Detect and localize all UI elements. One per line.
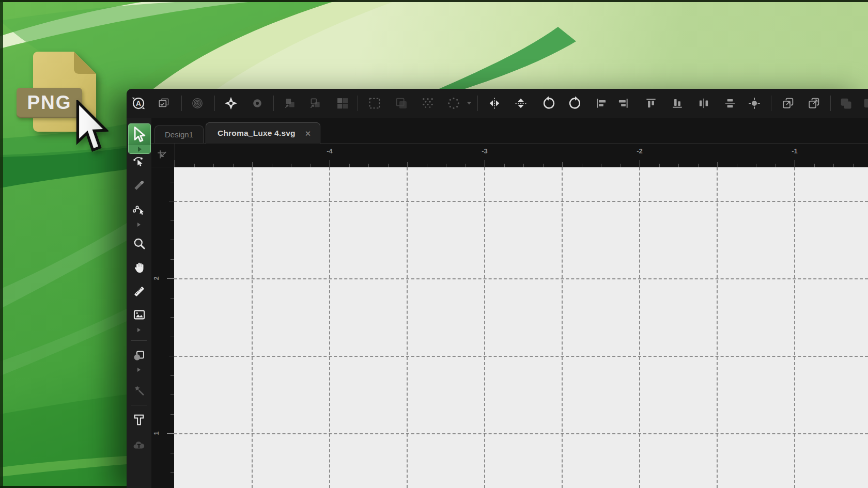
align-top-icon[interactable] xyxy=(642,95,660,112)
logo-a-rotate-icon[interactable]: A xyxy=(130,95,147,112)
ruler-vertical[interactable]: 21 xyxy=(151,167,174,488)
ruler-tick xyxy=(171,240,174,240)
tile-grid-icon[interactable] xyxy=(334,95,351,112)
align-left-icon[interactable] xyxy=(593,95,610,112)
halftone-pattern-icon[interactable] xyxy=(419,95,437,112)
toolbar-divider xyxy=(273,96,274,111)
ruler-tick xyxy=(737,164,737,167)
flip-horizontal-icon[interactable] xyxy=(486,95,503,112)
tool-node-select[interactable] xyxy=(129,152,149,171)
tool-measure[interactable] xyxy=(129,282,149,301)
ruler-tick xyxy=(171,182,174,182)
clipped-edge-icon[interactable] xyxy=(860,95,868,112)
tab-close-icon[interactable]: ✕ xyxy=(305,130,312,137)
select-arrow-icon xyxy=(129,124,149,144)
ruler-tick xyxy=(678,164,679,167)
ruler-tick xyxy=(833,164,834,167)
ruler-tick xyxy=(621,164,621,167)
ruler-tick xyxy=(562,162,563,167)
tool-hand[interactable] xyxy=(129,258,149,276)
tool-knife[interactable] xyxy=(129,176,149,195)
tool-text[interactable] xyxy=(129,411,149,429)
align-center-point-icon[interactable] xyxy=(746,95,763,112)
ruler-corner[interactable] xyxy=(151,144,175,167)
tool-path-edit[interactable] xyxy=(129,199,149,218)
ruler-tick xyxy=(311,164,311,167)
dotted-circle-icon[interactable] xyxy=(445,95,462,112)
align-right-icon[interactable] xyxy=(614,95,632,112)
tool-shape[interactable] xyxy=(129,346,149,365)
grid-line-vertical xyxy=(562,167,563,488)
concentric-rings-icon[interactable] xyxy=(189,95,206,112)
overlap-frames-icon[interactable] xyxy=(393,95,410,112)
grid-line-vertical xyxy=(329,167,330,488)
distribute-vertical-icon[interactable] xyxy=(721,95,739,112)
distribute-horizontal-icon[interactable] xyxy=(695,95,712,112)
tool-select[interactable] xyxy=(128,123,151,145)
ruler-tick xyxy=(171,337,174,337)
app-window: A xyxy=(127,89,868,488)
toolbar-divider xyxy=(771,96,771,111)
toolbar-divider xyxy=(477,96,478,111)
ruler-tick xyxy=(252,162,253,167)
grid-line-vertical xyxy=(407,167,408,488)
ruler-tick xyxy=(756,164,756,167)
paste-in-front-icon[interactable] xyxy=(779,95,797,112)
tab-label: Chroma_Luxe 4.svg xyxy=(218,129,296,138)
folded-corner xyxy=(74,52,96,74)
flip-vertical-icon[interactable] xyxy=(512,95,530,112)
image-flyout-caret[interactable] xyxy=(129,326,149,334)
mouse-cursor-icon xyxy=(75,100,109,155)
ruler-tick xyxy=(349,164,350,167)
marquee-select-icon[interactable] xyxy=(366,95,383,112)
boolean-union-icon[interactable] xyxy=(837,95,855,112)
ruler-tick xyxy=(485,160,485,167)
tab-design1[interactable]: Design1 xyxy=(154,125,204,143)
grid-line-horizontal xyxy=(174,201,868,202)
ruler-tick xyxy=(504,164,505,167)
tool-image[interactable] xyxy=(129,305,149,324)
ruler-tick xyxy=(814,164,815,167)
ruler-tick xyxy=(717,162,718,167)
ruler-tick xyxy=(167,433,174,434)
canvas[interactable] xyxy=(174,167,868,488)
tool-magic-wand[interactable] xyxy=(129,381,149,400)
paste-in-back-icon[interactable] xyxy=(805,95,823,112)
ruler-tick xyxy=(291,164,291,167)
ruler-tick xyxy=(466,164,466,167)
ruler-tick xyxy=(795,160,795,167)
tab-chroma-luxe[interactable]: Chroma_Luxe 4.svg ✕ xyxy=(206,122,320,144)
tool-text-cloud[interactable] xyxy=(129,435,149,454)
tool-divider xyxy=(131,405,147,405)
rotate-ccw-icon[interactable] xyxy=(540,95,557,112)
duplicate-style-1-icon[interactable] xyxy=(281,95,299,112)
rotate-cw-icon[interactable] xyxy=(566,95,584,112)
ruler-tick xyxy=(368,164,369,167)
flyout-caret-icon xyxy=(138,147,142,152)
ruler-tick xyxy=(171,221,174,221)
ruler-tick xyxy=(171,395,174,395)
tool-flyout-caret[interactable] xyxy=(129,221,149,229)
dotted-circle-dropdown-caret-icon[interactable] xyxy=(466,95,473,112)
grid-line-vertical xyxy=(717,167,718,488)
duplicate-style-2-icon[interactable] xyxy=(306,95,324,112)
ruler-tick xyxy=(272,164,272,167)
image-export-icon[interactable] xyxy=(155,95,173,112)
ruler-horizontal[interactable]: -4-3-2-1 xyxy=(175,144,868,167)
ruler-tick xyxy=(523,164,524,167)
donut-ring-icon[interactable] xyxy=(249,95,266,112)
tool-zoom[interactable] xyxy=(129,234,149,253)
ruler-tick xyxy=(582,164,582,167)
ruler-tick xyxy=(171,472,174,473)
png-file-label-banner[interactable]: PNG xyxy=(17,88,82,118)
align-bottom-icon[interactable] xyxy=(669,95,686,112)
ruler-tick xyxy=(543,164,544,167)
ruler-label: -2 xyxy=(637,147,643,155)
ruler-tick xyxy=(233,164,234,167)
grid-line-vertical xyxy=(639,167,640,488)
shape-flyout-caret[interactable] xyxy=(129,366,149,373)
ruler-tick xyxy=(659,164,660,167)
symmetry-compass-icon[interactable] xyxy=(222,95,240,112)
toolbar-divider xyxy=(181,96,182,111)
ruler-tick xyxy=(853,164,854,167)
